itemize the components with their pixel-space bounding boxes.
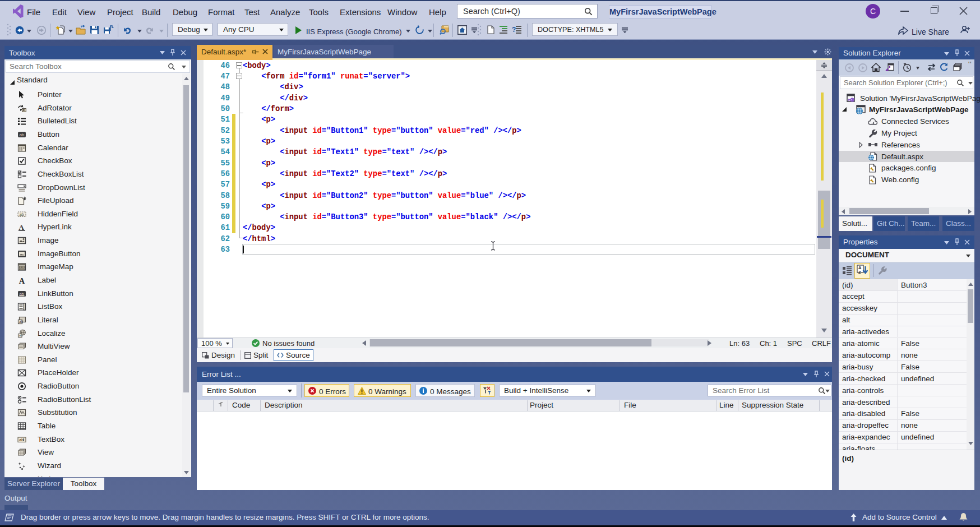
svg-text:ab: ab <box>19 437 24 442</box>
svg-text:ab: ab <box>19 320 24 323</box>
svg-text:ab: ab <box>19 132 24 137</box>
svg-text:ab: ab <box>19 334 22 337</box>
svg-text:Z: Z <box>858 270 861 275</box>
svg-text:A: A <box>19 276 25 285</box>
svg-text:?: ? <box>512 26 516 34</box>
svg-text:ab: ab <box>19 212 24 217</box>
svg-text:ai: ai <box>19 476 24 477</box>
